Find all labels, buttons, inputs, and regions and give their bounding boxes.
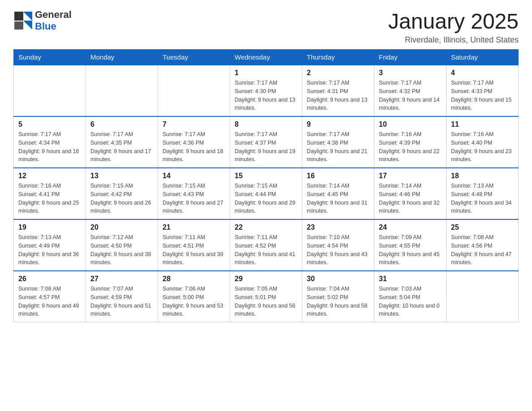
day-info: Sunrise: 7:03 AMSunset: 5:04 PMDaylight:… bbox=[379, 285, 442, 318]
calendar-cell: 22Sunrise: 7:11 AMSunset: 4:52 PMDayligh… bbox=[230, 219, 302, 271]
day-number: 17 bbox=[379, 172, 442, 180]
calendar-cell bbox=[86, 65, 158, 116]
day-number: 16 bbox=[307, 172, 369, 180]
calendar-cell: 8Sunrise: 7:17 AMSunset: 4:37 PMDaylight… bbox=[230, 116, 302, 168]
day-number: 27 bbox=[90, 275, 153, 283]
day-number: 7 bbox=[163, 120, 225, 128]
calendar-cell: 7Sunrise: 7:17 AMSunset: 4:36 PMDaylight… bbox=[158, 116, 230, 168]
calendar-cell: 2Sunrise: 7:17 AMSunset: 4:31 PMDaylight… bbox=[302, 65, 374, 116]
calendar-cell: 29Sunrise: 7:05 AMSunset: 5:01 PMDayligh… bbox=[230, 271, 302, 322]
calendar-table: SundayMondayTuesdayWednesdayThursdayFrid… bbox=[13, 49, 519, 322]
calendar-cell: 4Sunrise: 7:17 AMSunset: 4:33 PMDaylight… bbox=[446, 65, 519, 116]
day-number: 26 bbox=[18, 275, 81, 283]
calendar-cell bbox=[14, 65, 86, 116]
day-number: 31 bbox=[379, 275, 442, 283]
day-info: Sunrise: 7:13 AMSunset: 4:49 PMDaylight:… bbox=[18, 233, 81, 267]
day-info: Sunrise: 7:11 AMSunset: 4:51 PMDaylight:… bbox=[163, 233, 225, 267]
col-header-sunday: Sunday bbox=[14, 50, 86, 65]
day-number: 30 bbox=[307, 275, 369, 283]
col-header-friday: Friday bbox=[374, 50, 446, 65]
day-info: Sunrise: 7:04 AMSunset: 5:02 PMDaylight:… bbox=[307, 285, 369, 318]
calendar-cell: 15Sunrise: 7:15 AMSunset: 4:44 PMDayligh… bbox=[230, 168, 302, 219]
day-info: Sunrise: 7:16 AMSunset: 4:41 PMDaylight:… bbox=[18, 182, 81, 215]
svg-rect-0 bbox=[14, 12, 23, 21]
day-info: Sunrise: 7:15 AMSunset: 4:43 PMDaylight:… bbox=[163, 182, 225, 215]
calendar-week-4: 26Sunrise: 7:08 AMSunset: 4:57 PMDayligh… bbox=[14, 271, 519, 322]
day-info: Sunrise: 7:08 AMSunset: 4:57 PMDaylight:… bbox=[18, 285, 81, 318]
svg-rect-3 bbox=[14, 21, 23, 30]
calendar-week-3: 19Sunrise: 7:13 AMSunset: 4:49 PMDayligh… bbox=[14, 219, 519, 271]
calendar-week-1: 5Sunrise: 7:17 AMSunset: 4:34 PMDaylight… bbox=[14, 116, 519, 168]
col-header-monday: Monday bbox=[86, 50, 158, 65]
calendar-cell: 21Sunrise: 7:11 AMSunset: 4:51 PMDayligh… bbox=[158, 219, 230, 271]
day-info: Sunrise: 7:16 AMSunset: 4:39 PMDaylight:… bbox=[379, 130, 442, 164]
day-info: Sunrise: 7:17 AMSunset: 4:33 PMDaylight:… bbox=[451, 79, 514, 112]
day-info: Sunrise: 7:16 AMSunset: 4:40 PMDaylight:… bbox=[451, 130, 514, 164]
day-number: 29 bbox=[235, 275, 297, 283]
day-number: 3 bbox=[379, 69, 442, 77]
day-number: 20 bbox=[90, 223, 153, 231]
day-info: Sunrise: 7:13 AMSunset: 4:48 PMDaylight:… bbox=[451, 182, 514, 215]
day-number: 11 bbox=[451, 120, 514, 128]
calendar-cell: 19Sunrise: 7:13 AMSunset: 4:49 PMDayligh… bbox=[14, 219, 86, 271]
calendar-cell bbox=[446, 271, 519, 322]
calendar-cell: 16Sunrise: 7:14 AMSunset: 4:45 PMDayligh… bbox=[302, 168, 374, 219]
calendar-cell: 11Sunrise: 7:16 AMSunset: 4:40 PMDayligh… bbox=[446, 116, 519, 168]
day-number: 5 bbox=[18, 120, 81, 128]
col-header-saturday: Saturday bbox=[446, 50, 519, 65]
col-header-wednesday: Wednesday bbox=[230, 50, 302, 65]
day-number: 21 bbox=[163, 223, 225, 231]
day-info: Sunrise: 7:15 AMSunset: 4:42 PMDaylight:… bbox=[90, 182, 153, 215]
calendar-cell: 28Sunrise: 7:06 AMSunset: 5:00 PMDayligh… bbox=[158, 271, 230, 322]
calendar-cell: 18Sunrise: 7:13 AMSunset: 4:48 PMDayligh… bbox=[446, 168, 519, 219]
calendar-cell bbox=[158, 65, 230, 116]
calendar-cell: 3Sunrise: 7:17 AMSunset: 4:32 PMDaylight… bbox=[374, 65, 446, 116]
day-info: Sunrise: 7:09 AMSunset: 4:55 PMDaylight:… bbox=[379, 233, 442, 267]
day-number: 13 bbox=[90, 172, 153, 180]
calendar-cell: 1Sunrise: 7:17 AMSunset: 4:30 PMDaylight… bbox=[230, 65, 302, 116]
calendar-cell: 20Sunrise: 7:12 AMSunset: 4:50 PMDayligh… bbox=[86, 219, 158, 271]
day-info: Sunrise: 7:17 AMSunset: 4:35 PMDaylight:… bbox=[90, 130, 153, 164]
logo-icon bbox=[13, 11, 33, 30]
day-number: 1 bbox=[235, 69, 297, 77]
calendar-cell: 12Sunrise: 7:16 AMSunset: 4:41 PMDayligh… bbox=[14, 168, 86, 219]
day-number: 18 bbox=[451, 172, 514, 180]
calendar-cell: 6Sunrise: 7:17 AMSunset: 4:35 PMDaylight… bbox=[86, 116, 158, 168]
calendar-cell: 27Sunrise: 7:07 AMSunset: 4:59 PMDayligh… bbox=[86, 271, 158, 322]
day-info: Sunrise: 7:14 AMSunset: 4:45 PMDaylight:… bbox=[307, 182, 369, 215]
day-number: 23 bbox=[307, 223, 369, 231]
logo: General Blue bbox=[13, 9, 72, 33]
day-number: 10 bbox=[379, 120, 442, 128]
col-header-thursday: Thursday bbox=[302, 50, 374, 65]
day-info: Sunrise: 7:07 AMSunset: 4:59 PMDaylight:… bbox=[90, 285, 153, 318]
day-number: 4 bbox=[451, 69, 514, 77]
day-number: 25 bbox=[451, 223, 514, 231]
logo-line2: Blue bbox=[35, 21, 72, 32]
day-info: Sunrise: 7:17 AMSunset: 4:34 PMDaylight:… bbox=[18, 130, 81, 164]
day-number: 6 bbox=[90, 120, 153, 128]
calendar-cell: 31Sunrise: 7:03 AMSunset: 5:04 PMDayligh… bbox=[374, 271, 446, 322]
day-info: Sunrise: 7:06 AMSunset: 5:00 PMDaylight:… bbox=[163, 285, 225, 318]
calendar-cell: 26Sunrise: 7:08 AMSunset: 4:57 PMDayligh… bbox=[14, 271, 86, 322]
calendar-cell: 23Sunrise: 7:10 AMSunset: 4:54 PMDayligh… bbox=[302, 219, 374, 271]
day-info: Sunrise: 7:17 AMSunset: 4:32 PMDaylight:… bbox=[379, 79, 442, 112]
main-title: January 2025 bbox=[388, 9, 519, 34]
logo-line1: General bbox=[35, 9, 72, 21]
calendar-cell: 13Sunrise: 7:15 AMSunset: 4:42 PMDayligh… bbox=[86, 168, 158, 219]
day-info: Sunrise: 7:08 AMSunset: 4:56 PMDaylight:… bbox=[451, 233, 514, 267]
day-info: Sunrise: 7:17 AMSunset: 4:38 PMDaylight:… bbox=[307, 130, 369, 164]
day-info: Sunrise: 7:05 AMSunset: 5:01 PMDaylight:… bbox=[235, 285, 297, 318]
page-header: General Blue January 2025 Riverdale, Ill… bbox=[13, 9, 519, 45]
calendar-week-0: 1Sunrise: 7:17 AMSunset: 4:30 PMDaylight… bbox=[14, 65, 519, 116]
day-number: 9 bbox=[307, 120, 369, 128]
day-number: 28 bbox=[163, 275, 225, 283]
day-info: Sunrise: 7:17 AMSunset: 4:36 PMDaylight:… bbox=[163, 130, 225, 164]
day-number: 14 bbox=[163, 172, 225, 180]
calendar-cell: 5Sunrise: 7:17 AMSunset: 4:34 PMDaylight… bbox=[14, 116, 86, 168]
day-info: Sunrise: 7:17 AMSunset: 4:30 PMDaylight:… bbox=[235, 79, 297, 112]
day-info: Sunrise: 7:17 AMSunset: 4:37 PMDaylight:… bbox=[235, 130, 297, 164]
calendar-cell: 9Sunrise: 7:17 AMSunset: 4:38 PMDaylight… bbox=[302, 116, 374, 168]
svg-marker-2 bbox=[23, 21, 32, 30]
day-info: Sunrise: 7:14 AMSunset: 4:46 PMDaylight:… bbox=[379, 182, 442, 215]
col-header-tuesday: Tuesday bbox=[158, 50, 230, 65]
